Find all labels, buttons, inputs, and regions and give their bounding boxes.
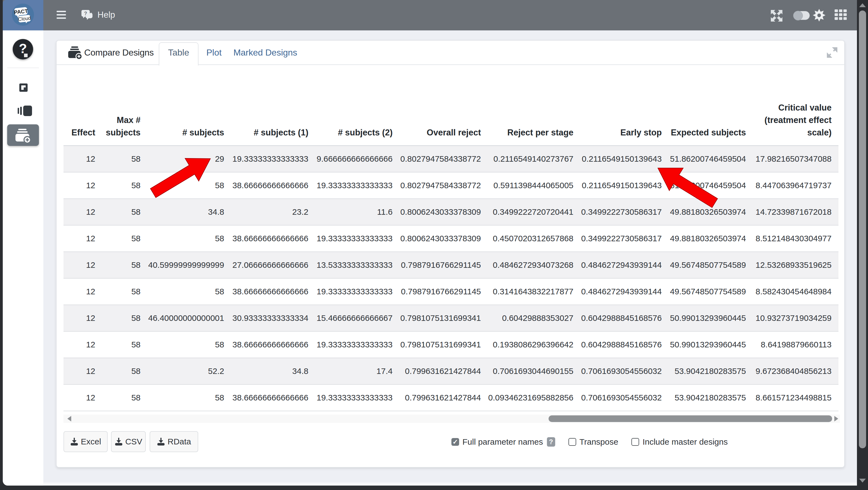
table-cell: 58 (98, 332, 143, 358)
columns-icon (23, 106, 32, 116)
scroll-up-arrow-icon[interactable] (859, 3, 866, 7)
tab-marked-designs[interactable]: Marked Designs (233, 40, 297, 64)
checkbox-include-master-designs[interactable] (631, 438, 639, 446)
sidebar-item-help[interactable]: ? (13, 39, 33, 59)
checkbox-label: Transpose (580, 437, 618, 446)
table-cell: 58 (98, 252, 143, 278)
csv-download-button[interactable]: CSV (111, 431, 146, 452)
toggle-knob (793, 11, 803, 21)
table-cell: 0.3499222720720441 (484, 199, 576, 225)
sidebar-item-compare-designs-active[interactable] (7, 124, 39, 146)
sidebar-item-designs[interactable] (19, 83, 28, 92)
table-cell: 14.72339871672018 (749, 199, 838, 225)
apps-grid-icon[interactable] (835, 9, 847, 21)
table-row[interactable]: 12585838.6666666666666619.33333333333333… (63, 225, 838, 252)
sidebar-toggle-button[interactable] (57, 11, 66, 21)
table-cell: 19.33333333333333 (311, 332, 395, 358)
pact-cloud-logo-icon: PACT Cloud (11, 3, 34, 26)
table-cell: 58 (98, 384, 143, 411)
rdata-download-button[interactable]: RData (150, 431, 198, 452)
sidebar-item-columns[interactable] (18, 106, 32, 116)
column-header: Critical value (treatment effect scale) (749, 68, 838, 146)
table-cell: 49.88180326503974 (664, 225, 749, 252)
table-row[interactable]: 12582919.333333333333339.666666666666666… (63, 146, 838, 172)
scroll-down-arrow-icon[interactable] (859, 479, 866, 483)
table-cell: 38.66666666666666 (227, 278, 311, 305)
scroll-left-arrow-icon[interactable] (67, 416, 71, 422)
table-cell: 58 (98, 305, 143, 332)
table-cell: 19.33333333333333 (311, 225, 395, 252)
table-cell: 13.53333333333333 (311, 252, 395, 278)
table-cell: 11.6 (311, 199, 395, 225)
table-cell: 50.99013293960445 (664, 305, 749, 332)
table-cell: 58 (98, 278, 143, 305)
expand-card-icon[interactable] (827, 47, 837, 58)
app-logo[interactable]: PACT Cloud (3, 0, 43, 30)
table-cell: 38.66666666666666 (227, 225, 311, 252)
sidebar-divider (7, 68, 39, 68)
table-cell: 12 (63, 199, 98, 225)
table-row[interactable]: 125846.4000000000000130.9333333333333415… (63, 305, 838, 332)
column-header: Max # subjects (98, 68, 143, 146)
column-header: Reject per stage (484, 68, 576, 146)
table-cell: 12 (63, 332, 98, 358)
table-cell: 12 (63, 225, 98, 252)
table-row[interactable]: 12585838.6666666666666619.33333333333333… (63, 384, 838, 411)
table-cell: 29 (143, 146, 227, 172)
table-cell: 8.512148430304977 (749, 225, 838, 252)
fullscreen-icon[interactable] (770, 9, 783, 22)
help-badge-icon[interactable]: ? (547, 437, 555, 446)
table-cell: 0.799631621427844 (395, 358, 484, 384)
table-cell: 58 (98, 172, 143, 199)
horizontal-scrollbar-thumb[interactable] (549, 415, 832, 422)
horizontal-scrollbar[interactable] (63, 414, 840, 423)
card-title: Compare Designs (84, 40, 154, 64)
table-row[interactable]: 125834.823.211.60.80062430333783090.3499… (63, 199, 838, 225)
table-cell: 0.60429888353027 (484, 305, 576, 332)
table-cell: 0.2116549140273767 (484, 146, 576, 172)
checkbox-full-parameter-names[interactable]: ✓ (452, 438, 459, 446)
table-cell: 0.4846272943939144 (576, 252, 664, 278)
table-cell: 0.7987916766291145 (395, 252, 484, 278)
help-menu[interactable]: ? Help (81, 8, 115, 22)
table-cell: 0.7981075131699341 (395, 332, 484, 358)
checkbox-label: Include master designs (643, 437, 728, 446)
table-cell: 15.46666666666667 (311, 305, 395, 332)
table-cell: 19.33333333333333 (311, 384, 395, 411)
table-row[interactable]: 12585838.6666666666666619.33333333333333… (63, 332, 838, 358)
table-cell: 12 (63, 146, 98, 172)
window-icon (21, 85, 26, 90)
table-cell: 0.3499222730586317 (576, 199, 664, 225)
table-cell: 58 (143, 172, 227, 199)
table-row[interactable]: 12585838.6666666666666619.33333333333333… (63, 172, 838, 199)
scroll-right-arrow-icon[interactable] (834, 416, 838, 422)
table-cell: 0.3141643832217877 (484, 278, 576, 305)
help-label: Help (97, 10, 115, 20)
table-cell: 0.5911398444065005 (484, 172, 576, 199)
table-cell: 38.66666666666666 (227, 172, 311, 199)
vertical-scrollbar-thumb[interactable] (859, 10, 866, 448)
theme-toggle-switch[interactable] (793, 11, 810, 20)
checkbox-transpose[interactable] (568, 438, 576, 446)
table-cell: 38.66666666666666 (227, 332, 311, 358)
tab-plot[interactable]: Plot (200, 40, 228, 64)
table-cell: 58 (98, 146, 143, 172)
vertical-scrollbar[interactable] (857, 0, 868, 490)
settings-gear-icon[interactable] (812, 8, 826, 22)
table-cell: 34.8 (143, 199, 227, 225)
table-cell: 8.582430454648984 (749, 278, 838, 305)
table-cell: 0.4846272934073268 (484, 252, 576, 278)
table-cell: 8.661571234498815 (749, 384, 838, 411)
table-cell: 49.56748507754589 (664, 278, 749, 305)
table-row[interactable]: 12585838.6666666666666619.33333333333333… (63, 278, 838, 305)
download-icon (70, 437, 79, 446)
table-cell: 0.2116549150139643 (576, 146, 664, 172)
excel-download-button[interactable]: Excel (63, 431, 108, 452)
table-cell: 0.09346231695882856 (484, 384, 576, 411)
table-row[interactable]: 125840.5999999999999927.0666666666666613… (63, 252, 838, 278)
table-cell: 58 (143, 225, 227, 252)
tab-table[interactable]: Table (159, 42, 198, 65)
content-bottom-strip (43, 483, 857, 486)
table-cell: 58 (98, 358, 143, 384)
table-row[interactable]: 125852.234.817.40.7996316214278440.70616… (63, 358, 838, 384)
